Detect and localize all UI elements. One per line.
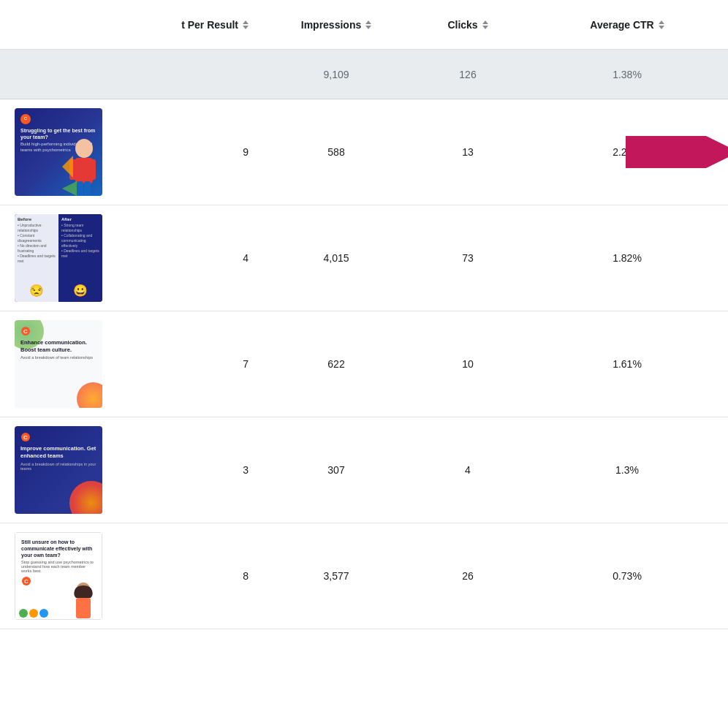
svg-point-0 [75,139,93,158]
ad4-logo-container: C [20,432,31,442]
ad3-main-text: Enhance communication. Boost team cultur… [20,339,96,354]
svg-rect-15 [76,598,91,618]
sort-impressions-icon[interactable] [365,20,371,29]
ad-thumbnail-col-5[interactable]: Still unsure on how to communicate effec… [0,523,117,629]
row4-clicks: 4 [409,464,526,476]
summary-impressions: 9,109 [263,69,409,80]
ad-thumbnail-5[interactable]: Still unsure on how to communicate effec… [15,532,102,620]
table-row: C Improve communication. Get enhanced te… [0,417,728,523]
ad5-circles [19,609,48,618]
arrow-indicator [626,136,728,168]
row1-per-result: 9 [117,146,263,158]
row2-impressions: 4,015 [263,252,409,264]
ad5-title: Still unsure on how to communicate effec… [21,539,96,558]
row2-per-result: 4 [117,252,263,264]
ad3-circle-orange [77,382,102,408]
ad3-logo-container: C [20,326,31,336]
row3-clicks: 10 [409,358,526,370]
row4-avg-ctr: 1.3% [526,464,728,476]
row4-per-result: 3 [117,464,263,476]
svg-text:C: C [23,434,28,441]
arrow-head [706,136,728,168]
sort-avg-ctr-icon[interactable] [659,20,664,29]
ad4-title: Improve communication. Get enhanced team… [20,445,96,460]
ad1-logo: C [20,114,31,124]
sort-per-result-icon[interactable] [243,20,249,29]
ad5-circle-orange [29,609,38,618]
emoji-sad: 😒 [29,284,44,297]
ad-thumbnail-4[interactable]: C Improve communication. Get enhanced te… [15,426,102,514]
ad-thumbnail-2[interactable]: Before • Unproductive relationships• Con… [15,214,102,302]
row5-per-result: 8 [117,570,263,582]
arrow-shaft [626,136,706,168]
header-thumbnail-spacer [0,16,117,34]
row2-avg-ctr: 1.82% [526,252,728,264]
ad-thumbnail-col-1[interactable]: C Struggling to get the best from your t… [0,99,117,205]
summary-clicks: 126 [409,69,526,80]
ad5-sub: Stop guessing and use psychometrics to u… [21,560,96,573]
row5-avg-ctr: 0.73% [526,570,728,582]
header-clicks[interactable]: Clicks [409,19,526,31]
sort-clicks-icon[interactable] [482,20,488,29]
row1-clicks: 13 [409,146,526,158]
row2-clicks: 73 [409,252,526,264]
header-per-result[interactable]: t Per Result [117,19,263,31]
svg-marker-6 [62,156,73,178]
ad4-circle [69,481,102,514]
before-text: • Unproductive relationships• Constant d… [18,223,56,264]
row3-impressions: 622 [263,358,409,370]
svg-rect-3 [88,159,96,180]
header-impressions[interactable]: Impressions [263,19,409,31]
row1-avg-ctr: 2.21% [526,146,728,158]
ad-thumbnail-3[interactable]: C Enhance communication. Boost team cult… [15,320,102,408]
row3-per-result: 7 [117,358,263,370]
row5-clicks: 26 [409,570,526,582]
table-row: C Struggling to get the best from your t… [0,99,728,205]
ad-thumbnail-1[interactable]: C Struggling to get the best from your t… [15,108,102,196]
svg-marker-7 [62,181,77,196]
before-label: Before [18,217,56,221]
row4-impressions: 307 [263,464,409,476]
ad5-circle-green [19,609,28,618]
table-row: Still unsure on how to communicate effec… [0,523,728,629]
emoji-row: 😒 😀 [15,284,102,297]
table-row: C Enhance communication. Boost team cult… [0,311,728,417]
ad1-person-shape [62,137,102,196]
ad5-person [70,582,96,619]
after-text: • Strong team relationships• Collaborati… [61,223,99,259]
table-row: Before • Unproductive relationships• Con… [0,205,728,311]
ad-thumbnail-col-4[interactable]: C Improve communication. Get enhanced te… [0,417,117,523]
svg-text:C: C [23,328,28,335]
emoji-happy: 😀 [73,284,88,297]
ad5-circle-blue [39,609,48,618]
ad3-sub-text: Avoid a breakdown of team relationships [20,355,96,360]
ad-thumbnail-col-3[interactable]: C Enhance communication. Boost team cult… [0,311,117,417]
summary-row: 9,109 126 1.38% [0,50,728,99]
summary-avg-ctr: 1.38% [526,69,728,80]
header-avg-ctr[interactable]: Average CTR [526,19,728,31]
svg-rect-5 [84,181,91,196]
row3-avg-ctr: 1.61% [526,358,728,370]
ad4-sub: Avoid a breakdown of relationships in yo… [20,462,96,471]
svg-text:C: C [24,578,29,585]
after-label: After [61,217,99,221]
table-container: t Per Result Impressions Clicks Average … [0,0,728,728]
ad-thumbnail-col-2[interactable]: Before • Unproductive relationships• Con… [0,205,117,311]
summary-thumbnail-spacer [0,66,117,83]
row5-impressions: 3,577 [263,570,409,582]
svg-rect-4 [77,181,83,196]
row1-impressions: 588 [263,146,409,158]
table-header: t Per Result Impressions Clicks Average … [0,0,728,50]
